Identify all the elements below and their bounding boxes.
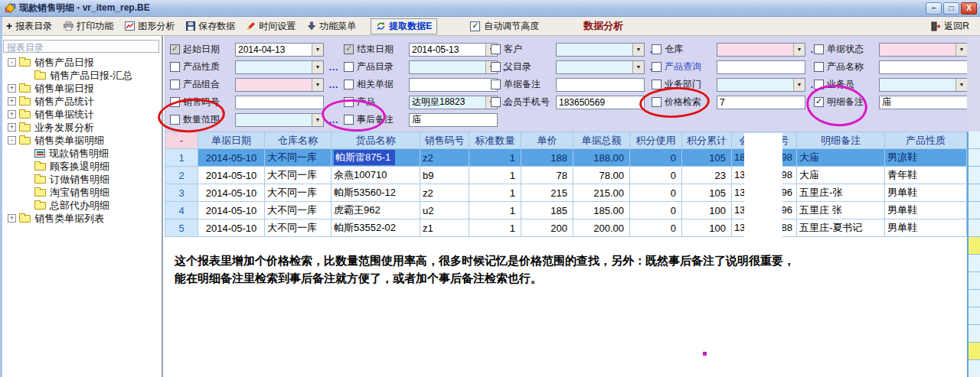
cell-total[interactable]: 200.00	[573, 219, 630, 237]
cell-product[interactable]: 佘燕100710	[332, 167, 420, 184]
dropdown-arrow-icon[interactable]: ▼	[956, 79, 967, 91]
cell-qty[interactable]: 1	[469, 149, 521, 167]
filter-checkbox[interactable]	[170, 97, 180, 107]
cell-remark[interactable]: 五里庄 张	[797, 202, 885, 219]
column-header-nature[interactable]: 产品性质	[885, 132, 967, 149]
tree-item-11[interactable]: 总部代办明细	[2, 199, 162, 212]
cell-points_total[interactable]: 105	[682, 184, 732, 202]
cell-code[interactable]: z1	[420, 219, 469, 237]
cell-qty[interactable]: 1	[469, 184, 521, 202]
filter-select[interactable]: 2014-04-13▼	[235, 43, 324, 57]
filter-select[interactable]: ▼	[717, 43, 805, 57]
dropdown-arrow-icon[interactable]: ▼	[312, 114, 323, 126]
dropdown-arrow-icon[interactable]: ▼	[312, 61, 323, 73]
table-row[interactable]: 52014-05-10大不同一库帕斯53552-02z11200200.0001…	[165, 219, 967, 237]
cell-nature[interactable]: 青年鞋	[885, 167, 967, 184]
cell-warehouse[interactable]: 大不同一库	[265, 219, 332, 237]
cell-points_total[interactable]: 100	[682, 219, 732, 237]
cell-warehouse[interactable]: 大不同一库	[265, 202, 332, 219]
tree-item-8[interactable]: 顾客换退明细	[2, 160, 162, 173]
report-catalog-button[interactable]: + 报表目录	[6, 20, 52, 33]
cell-points_total[interactable]: 105	[682, 149, 732, 167]
filter-checkbox[interactable]	[344, 44, 354, 54]
auto-height-checkbox[interactable]	[470, 21, 480, 31]
cell-remark[interactable]: 五里庄-张	[797, 184, 885, 202]
cell-qty[interactable]: 1	[469, 167, 521, 184]
ellipsis-button[interactable]: …	[328, 117, 338, 123]
filter-checkbox[interactable]	[652, 80, 662, 89]
return-button[interactable]: 返回R	[931, 20, 969, 33]
filter-checkbox[interactable]	[652, 44, 662, 54]
filter-checkbox[interactable]	[170, 115, 180, 125]
filter-checkbox[interactable]	[814, 80, 824, 89]
tree-item-12[interactable]: +销售类单据列表	[2, 212, 162, 225]
cell-num[interactable]: 1	[165, 149, 198, 167]
cell-num[interactable]: 2	[165, 167, 198, 184]
cell-price[interactable]: 188	[521, 149, 573, 167]
column-header-date[interactable]: 单据日期	[198, 132, 265, 149]
filter-input[interactable]	[409, 113, 498, 127]
filter-input[interactable]	[879, 60, 968, 74]
cell-code[interactable]: u2	[420, 202, 469, 219]
filter-input[interactable]	[556, 96, 645, 109]
filter-select[interactable]: 2014-05-13▼	[409, 43, 498, 57]
cell-warehouse[interactable]: 大不同一库	[265, 149, 332, 167]
function-menu-button[interactable]: 功能菜单	[307, 20, 356, 33]
filter-checkbox[interactable]	[344, 62, 354, 72]
cell-points_used[interactable]: 0	[630, 167, 682, 184]
cell-warehouse[interactable]: 大不同一库	[265, 184, 332, 202]
save-data-button[interactable]: 保存数据	[186, 20, 235, 33]
filter-select[interactable]: ▼	[235, 78, 324, 92]
tree-item-9[interactable]: 订做销售明细	[2, 173, 162, 186]
filter-checkbox[interactable]	[814, 62, 824, 72]
tree-expander-icon[interactable]: +	[8, 123, 16, 132]
tree-item-4[interactable]: +销售单据统计	[2, 108, 162, 121]
tree-expander-icon[interactable]: -	[8, 58, 16, 67]
cell-date[interactable]: 2014-05-10	[198, 202, 265, 219]
dropdown-arrow-icon[interactable]: ▼	[312, 79, 323, 91]
filter-checkbox[interactable]	[170, 62, 180, 72]
close-button[interactable]: X	[961, 2, 977, 15]
cell-qty[interactable]: 1	[469, 219, 521, 237]
table-row[interactable]: 42014-05-10大不同一库虎霸王962u21185185.00010013…	[165, 202, 967, 219]
data-analysis-label[interactable]: 数据分析	[583, 19, 623, 33]
filter-select[interactable]: 达明皇18823▼	[409, 96, 498, 109]
cell-points_used[interactable]: 0	[630, 184, 682, 202]
tree-item-1[interactable]: 销售产品日报-汇总	[2, 69, 162, 82]
print-button[interactable]: 打印功能	[64, 20, 113, 33]
ellipsis-button[interactable]: …	[328, 64, 338, 70]
column-header-sale-code[interactable]: 销售码号	[420, 132, 469, 149]
filter-select[interactable]: ▼	[235, 113, 324, 127]
column-header-price[interactable]: 单价	[521, 132, 573, 149]
cell-remark[interactable]: 五里庄-夏书记	[797, 219, 885, 237]
filter-checkbox[interactable]	[344, 97, 354, 107]
cell-nature[interactable]: 男凉鞋	[885, 149, 967, 167]
filter-select[interactable]: ▼	[717, 78, 805, 92]
minimize-button[interactable]: –	[926, 2, 942, 15]
table-row[interactable]: 22014-05-10大不同一库佘燕100710b917878.00023130…	[165, 167, 967, 184]
cell-points_used[interactable]: 0	[630, 202, 682, 219]
maximize-button[interactable]: □	[943, 2, 959, 15]
filter-select[interactable]: ▼	[235, 60, 324, 74]
cell-code[interactable]: z2	[420, 149, 469, 167]
filter-checkbox[interactable]	[652, 97, 662, 107]
cell-date[interactable]: 2014-05-10	[198, 219, 265, 237]
cell-num[interactable]: 5	[165, 219, 198, 237]
filter-checkbox[interactable]	[491, 62, 501, 72]
tree-item-5[interactable]: +业务发展分析	[2, 121, 162, 134]
cell-date[interactable]: 2014-05-10	[198, 149, 265, 167]
tree-expander-icon[interactable]: +	[8, 214, 16, 223]
cell-points_total[interactable]: 100	[682, 202, 732, 219]
filter-input[interactable]	[235, 96, 324, 109]
cell-points_used[interactable]: 0	[630, 149, 682, 167]
ellipsis-button[interactable]: …	[328, 82, 338, 88]
tree-expander-icon[interactable]: +	[8, 84, 16, 93]
cell-product[interactable]: 帕斯53552-02	[332, 219, 420, 237]
tree-expander-icon[interactable]: +	[8, 97, 16, 106]
column-header-remark[interactable]: 明细备注	[797, 132, 885, 149]
filter-checkbox[interactable]	[814, 44, 824, 54]
time-settings-button[interactable]: 时间设置	[247, 20, 296, 33]
table-row[interactable]: 12014-05-10大不同一库帕斯雷875-1z21188188.000105…	[165, 149, 967, 167]
cell-qty[interactable]: 1	[469, 202, 521, 219]
cell-points_total[interactable]: 23	[682, 167, 732, 184]
